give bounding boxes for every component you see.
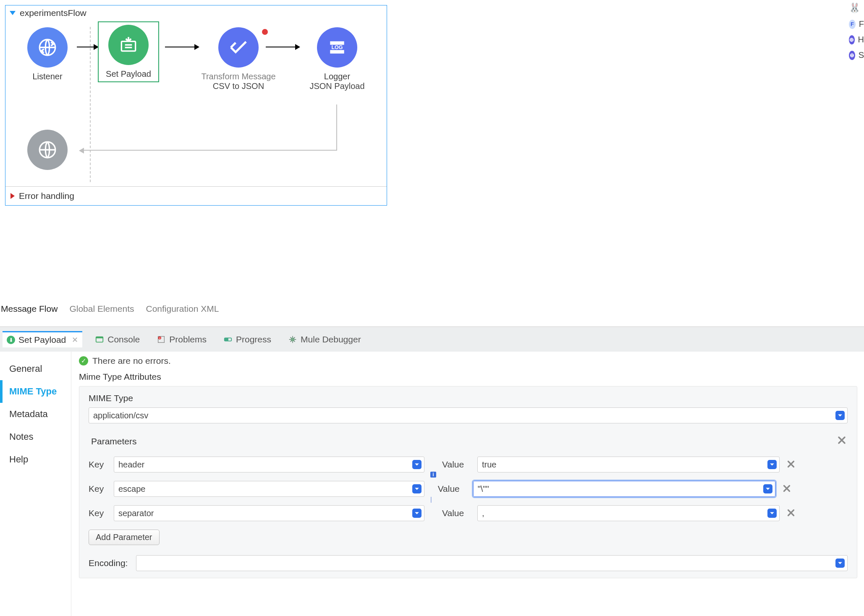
key-label: Key — [89, 484, 108, 494]
section-title: Mime Type Attributes — [79, 372, 857, 382]
flow-name: experimentsFlow — [20, 8, 86, 18]
transform-icon — [227, 36, 250, 59]
rabbit-icon: 🐰 — [849, 3, 860, 13]
chevron-down-icon[interactable] — [412, 460, 422, 469]
nav-metadata[interactable]: Metadata — [0, 403, 71, 425]
param-row: Key separator Value , — [89, 505, 848, 521]
tab-configuration-xml[interactable]: Configuration XML — [146, 304, 219, 314]
arrow — [266, 47, 299, 47]
clear-all-icon[interactable] — [836, 434, 848, 448]
chevron-down-icon[interactable] — [412, 484, 422, 493]
node-listener[interactable]: Listener — [18, 27, 77, 81]
status-text: There are no errors. — [92, 356, 171, 366]
payload-icon — [118, 34, 139, 55]
key-label: Key — [89, 459, 108, 470]
properties-nav: General MIME Type Metadata Notes Help — [0, 352, 71, 616]
svg-rect-12 — [225, 338, 228, 341]
svg-text:✕: ✕ — [159, 337, 161, 339]
info-icon[interactable]: i — [430, 472, 436, 478]
collapse-icon[interactable] — [10, 11, 16, 15]
svg-rect-1 — [121, 42, 135, 51]
node-response[interactable] — [18, 130, 77, 170]
node-label: Logger — [304, 72, 371, 81]
value-label: Value — [442, 508, 471, 518]
delete-row-icon[interactable] — [785, 507, 796, 519]
flow-container[interactable]: experimentsFlow Listener Set Payload — [5, 5, 387, 206]
console-icon — [95, 335, 104, 344]
delete-row-icon[interactable] — [785, 459, 796, 471]
outline-item[interactable]: 🐰C — [849, 3, 864, 13]
return-line — [83, 104, 337, 151]
encoding-select[interactable] — [136, 555, 848, 571]
node-set-payload[interactable]: Set Payload — [98, 25, 157, 82]
param-value-select[interactable]: true — [477, 457, 780, 472]
node-label: Transform Message — [201, 72, 276, 81]
mime-value: application/csv — [93, 411, 148, 420]
debug-icon — [288, 335, 297, 344]
node-label: Listener — [18, 72, 77, 81]
error-handling-section[interactable]: Error handling — [5, 186, 387, 205]
chevron-down-icon[interactable] — [767, 460, 777, 469]
node-transform[interactable]: Transform Message CSV to JSON — [201, 27, 276, 91]
tab-message-flow[interactable]: Message Flow — [1, 304, 58, 314]
tab-mule-debugger[interactable]: Mule Debugger — [284, 332, 365, 347]
check-icon: ✓ — [79, 356, 88, 365]
delete-row-icon[interactable] — [781, 483, 792, 495]
tab-global-elements[interactable]: Global Elements — [69, 304, 134, 314]
chevron-down-icon[interactable] — [763, 484, 772, 493]
tab-console[interactable]: Console — [91, 332, 144, 347]
http-icon: ⊕ — [849, 35, 855, 44]
error-handling-label: Error handling — [19, 191, 74, 201]
param-row: Key escape | Value "\"" — [89, 481, 848, 497]
value-label: Value — [442, 459, 471, 470]
mime-label: MIME Type — [89, 393, 848, 403]
bottom-panel-tabs: ⬇ Set Payload ✕ Console ✕ Problems Progr… — [0, 326, 864, 352]
node-sublabel: JSON Payload — [304, 81, 371, 91]
node-sublabel: CSV to JSON — [201, 81, 276, 91]
chevron-down-icon[interactable] — [835, 559, 845, 568]
param-key-select[interactable]: escape — [114, 481, 424, 497]
outline-item[interactable]: ⊕H — [849, 35, 864, 44]
globe-icon — [37, 139, 58, 160]
param-key-select[interactable]: header — [114, 457, 424, 472]
outline-item[interactable]: ⊕S — [849, 50, 864, 60]
payload-icon: ⬇ — [7, 336, 15, 344]
tab-set-payload[interactable]: ⬇ Set Payload ✕ — [3, 331, 82, 347]
key-label: Key — [89, 508, 108, 518]
socket-icon: ⊕ — [849, 51, 855, 60]
chevron-down-icon[interactable] — [412, 509, 422, 518]
expand-icon[interactable] — [10, 193, 15, 199]
file-icon: F — [849, 20, 856, 29]
progress-icon — [223, 335, 233, 344]
outline-item[interactable]: FF — [849, 19, 864, 29]
mime-panel: MIME Type application/csv Parameters Key… — [79, 386, 857, 578]
add-parameter-button[interactable]: Add Parameter — [89, 530, 160, 545]
arrow — [77, 47, 98, 47]
node-logger[interactable]: LOG Logger JSON Payload — [304, 27, 371, 91]
svg-rect-7 — [96, 337, 103, 338]
param-value-select[interactable]: "\"" — [473, 481, 775, 497]
close-icon[interactable]: ✕ — [72, 335, 78, 345]
breakpoint-icon[interactable] — [262, 29, 268, 35]
tab-progress[interactable]: Progress — [219, 332, 275, 347]
tab-problems[interactable]: ✕ Problems — [152, 332, 211, 347]
selection-box: Set Payload — [98, 21, 159, 82]
nav-general[interactable]: General — [0, 358, 71, 380]
param-value-select[interactable]: , — [477, 505, 780, 521]
nav-help[interactable]: Help — [0, 448, 71, 471]
cursor-icon: | — [430, 496, 432, 503]
mime-type-select[interactable]: application/csv — [89, 407, 848, 423]
nav-notes[interactable]: Notes — [0, 425, 71, 448]
param-row: Key header i Value true — [89, 457, 848, 472]
status-bar: ✓ There are no errors. — [79, 356, 857, 366]
param-key-select[interactable]: separator — [114, 505, 424, 521]
value-label: Value — [438, 484, 467, 494]
parameters-label: Parameters — [91, 436, 137, 446]
editor-tabs: Message Flow Global Elements Configurati… — [0, 302, 220, 316]
chevron-down-icon[interactable] — [767, 509, 777, 518]
chevron-down-icon[interactable] — [835, 411, 845, 420]
outline-panel: 🐰C FF ⊕H ⊕S — [849, 3, 864, 66]
globe-icon — [37, 37, 58, 58]
flow-header[interactable]: experimentsFlow — [5, 5, 387, 21]
nav-mime-type[interactable]: MIME Type — [0, 380, 71, 403]
